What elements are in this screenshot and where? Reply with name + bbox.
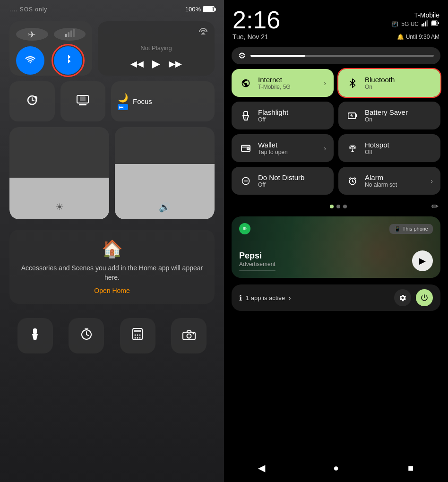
volume-icon: 🔊 (159, 201, 171, 213)
ios-brightness-slider[interactable]: ☀ (9, 127, 109, 219)
android-tile-alarm[interactable]: Alarm No alarm set › (338, 167, 440, 195)
android-tile-hotspot[interactable]: Hotspot Off (338, 134, 440, 162)
svg-rect-2 (70, 31, 72, 37)
internet-chevron-icon: › (324, 79, 326, 87)
brightness-icon-android: ⚙ (238, 51, 246, 61)
android-tile-dnd[interactable]: Do Not Disturb Off (232, 167, 334, 195)
svg-rect-1 (68, 32, 70, 37)
media-prev-button[interactable]: ◀◀ (130, 59, 144, 69)
internet-tile-title: Internet (258, 76, 291, 84)
ios-sliders-row: ☀ 🔊 (9, 127, 215, 219)
ios-home-section: 🏠 Accessories and Scenes you add in the … (9, 230, 215, 304)
ios-calculator-button[interactable] (120, 318, 155, 353)
wallet-chevron-icon: › (324, 145, 326, 152)
svg-rect-6 (80, 96, 86, 101)
ios-media-top (104, 27, 208, 36)
battery-icon (203, 6, 215, 12)
dot-2 (336, 205, 340, 208)
media-info: Pepsi Advertisement ▶ (239, 250, 433, 271)
ios-panel: .... SOS only 100% ✈ (0, 0, 224, 482)
internet-tile-subtitle: T-Mobile, 5G (258, 84, 291, 90)
ios-row1: ✈ (9, 21, 215, 76)
ios-open-home-link[interactable]: Open Home (94, 287, 129, 294)
bluetooth-tile-icon (346, 77, 359, 90)
ios-home-text: Accessories and Scenes you add in the Ho… (19, 264, 205, 282)
ios-timer-button[interactable] (69, 318, 104, 353)
flashlight-tile-info: Flashlight Off (258, 108, 288, 123)
ios-focus-button[interactable]: 🌙 🛏 Focus (111, 81, 215, 121)
network-type: 5G UC (401, 21, 419, 27)
android-settings-button[interactable] (394, 289, 411, 306)
svg-point-43 (352, 147, 354, 149)
battery-saver-tile-subtitle: On (365, 116, 408, 123)
recents-icon: ■ (408, 463, 414, 473)
android-alarm-status: 🔔 Until 9:30 AM (397, 34, 439, 40)
svg-rect-33 (244, 112, 248, 115)
battery-icon-android (431, 20, 439, 27)
media-title: Pepsi (239, 251, 276, 261)
ios-status-bar: .... SOS only 100% (0, 0, 224, 17)
svg-point-18 (139, 335, 141, 336)
flashlight-tile-icon (239, 109, 252, 122)
bluetooth-tile-title: Bluetooth (365, 76, 395, 84)
home-icon: ● (333, 463, 339, 473)
ios-volume-slider[interactable]: 🔊 (115, 127, 215, 219)
android-home-button[interactable]: ● (327, 458, 345, 477)
camera-icon (182, 328, 196, 344)
ios-row2: 🌙 🛏 Focus (9, 81, 215, 121)
media-next-button[interactable]: ▶▶ (169, 59, 182, 69)
android-power-button[interactable] (416, 289, 433, 306)
media-text: Pepsi Advertisement (239, 251, 276, 271)
svg-rect-28 (427, 20, 428, 26)
brightness-fill-android (250, 55, 305, 57)
android-back-button[interactable]: ◀ (252, 458, 271, 477)
android-tile-internet[interactable]: Internet T-Mobile, 5G › (232, 69, 334, 97)
media-play-button[interactable]: ▶ (152, 58, 160, 70)
android-status-bar: 2:16 T-Mobile 📳 5G UC (224, 0, 448, 32)
media-content: 📱 This phone Pepsi Advertisement ▶ (232, 216, 440, 278)
active-apps-chevron: › (289, 294, 291, 301)
calculator-icon (132, 327, 143, 344)
dots-center (330, 205, 347, 208)
svg-rect-30 (432, 21, 437, 25)
ios-wifi-toggle[interactable] (16, 46, 44, 75)
android-recents-button[interactable]: ■ (401, 458, 420, 477)
android-tile-bluetooth[interactable]: Bluetooth On (338, 69, 440, 97)
battery-saver-tile-title: Battery Saver (365, 108, 408, 116)
wallet-tile-info: Wallet Tap to open (258, 141, 288, 155)
wallet-tile-subtitle: Tap to open (258, 149, 288, 155)
alarm-tile-icon (346, 174, 359, 188)
vibrate-icon: 📳 (391, 21, 398, 27)
airplay-icon[interactable] (198, 27, 208, 36)
ios-screen-mirror-button[interactable] (60, 81, 106, 121)
ios-bluetooth-toggle[interactable] (54, 46, 82, 75)
active-apps-right (394, 289, 433, 306)
android-tile-wallet[interactable]: Wallet Tap to open › (232, 134, 334, 162)
brightness-icon: ☀ (55, 201, 64, 213)
android-active-apps-bar[interactable]: ℹ 1 app is active › (232, 284, 440, 311)
cellular-icon (64, 28, 75, 41)
bluetooth-tile-subtitle: On (365, 84, 395, 90)
back-icon: ◀ (258, 462, 265, 473)
android-carrier: T-Mobile (414, 11, 439, 19)
android-date: Tue, Nov 21 (233, 33, 268, 41)
android-tile-flashlight[interactable]: Flashlight Off (232, 102, 334, 129)
alarm-tile-title: Alarm (365, 173, 397, 181)
media-play-button-android[interactable]: ▶ (412, 250, 433, 271)
alarm-tile-subtitle: No alarm set (365, 181, 397, 188)
ios-flashlight-button[interactable] (17, 318, 53, 353)
ios-camera-button[interactable] (171, 318, 207, 353)
android-brightness-slider[interactable]: ⚙ (232, 47, 440, 64)
edit-tiles-icon[interactable]: ✏ (431, 201, 439, 212)
bluetooth-tile-info: Bluetooth On (365, 76, 395, 90)
signal-icon (422, 20, 428, 28)
flashlight-tile-title: Flashlight (258, 108, 288, 116)
ios-signal: .... SOS only (9, 6, 47, 13)
ios-rotation-lock-button[interactable] (9, 81, 55, 121)
ios-network-block: ✈ (9, 21, 92, 76)
dnd-tile-info: Do Not Disturb Off (258, 173, 304, 188)
ios-cellular-toggle[interactable] (54, 28, 86, 41)
svg-rect-27 (425, 22, 426, 27)
ios-airplane-toggle[interactable]: ✈ (16, 28, 48, 41)
android-tile-battery-saver[interactable]: Battery Saver On (338, 102, 440, 129)
